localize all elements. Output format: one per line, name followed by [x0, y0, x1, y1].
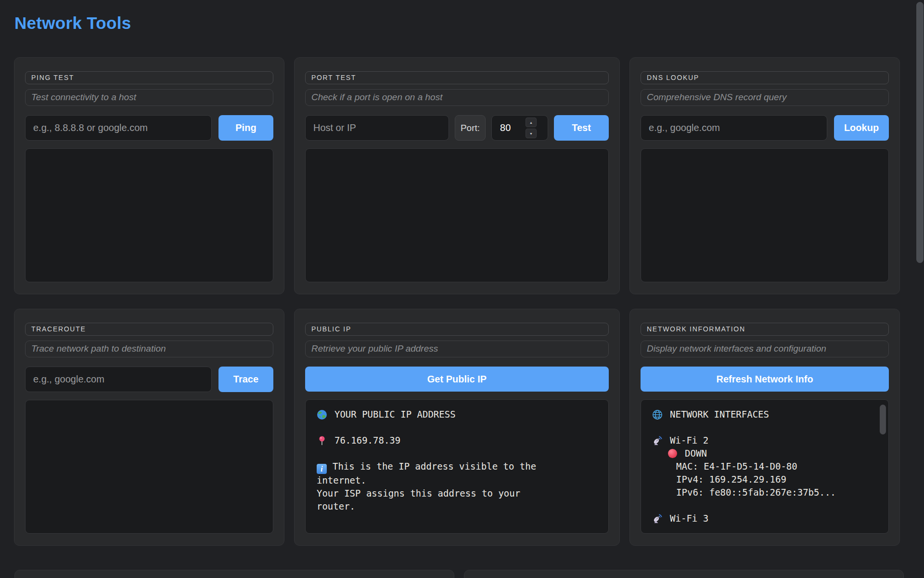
dns-panel-title: DNS LOOKUP [641, 71, 889, 84]
ping-output-text [26, 149, 273, 165]
interface-status: DOWN [685, 447, 707, 460]
port-output-text [306, 149, 608, 165]
interface-block: Wi-Fi 2 DOWN MAC: E4-1F-D5-14-D0-80 IPv4… [652, 434, 877, 499]
satellite-antenna-icon [652, 513, 663, 524]
dns-lookup-button[interactable]: Lookup [834, 115, 889, 141]
info-icon: i [317, 464, 327, 474]
panel-port-test: PORT TEST Check if a port is open on a h… [294, 57, 620, 294]
page-scrollbar-thumb[interactable] [916, 2, 924, 263]
traceroute-output-text [26, 400, 273, 417]
interface-mac: MAC: E4-1F-D5-14-D0-80 [676, 460, 877, 473]
pushpin-icon [317, 435, 327, 446]
ping-panel-title: PING TEST [25, 71, 273, 84]
interface-ipv6: IPv6: fe80::5fab:267e:37b5... [676, 486, 877, 499]
traceroute-panel-description: Trace network path to destination [25, 341, 273, 357]
port-output-area [305, 148, 609, 282]
network-info-panel-title: NETWORK INFORMATION [641, 323, 889, 336]
tools-grid-bottom [14, 570, 904, 578]
traceroute-panel-title: TRACEROUTE [25, 323, 273, 336]
public-ip-output-area: YOUR PUBLIC IP ADDRESS 76.169.78.39 iThi… [305, 399, 609, 534]
traceroute-button[interactable]: Trace [218, 367, 273, 392]
dns-host-input[interactable] [641, 115, 827, 141]
page-title: Network Tools [14, 13, 924, 33]
panel-partial-right [464, 570, 904, 578]
ping-button[interactable]: Ping [218, 115, 273, 141]
port-number-stepper: ▲ ▼ [491, 115, 548, 141]
dns-panel-description: Comprehensive DNS record query [641, 89, 889, 106]
ping-host-input[interactable] [25, 115, 212, 141]
globe-meridians-icon [652, 409, 663, 420]
port-host-input[interactable] [305, 115, 449, 141]
panel-traceroute: TRACEROUTE Trace network path to destina… [14, 309, 284, 546]
panel-network-information: NETWORK INFORMATION Display network inte… [629, 309, 900, 546]
port-increment-button[interactable]: ▲ [526, 118, 537, 127]
network-info-panel-description: Display network interfaces and configura… [641, 341, 889, 357]
public-ip-heading: YOUR PUBLIC IP ADDRESS [334, 408, 456, 421]
port-number-label: Port: [455, 115, 486, 141]
port-test-button[interactable]: Test [554, 115, 609, 141]
port-panel-description: Check if a port is open on a host [305, 89, 609, 106]
interface-name: Wi-Fi 2 [670, 434, 708, 447]
traceroute-output-area [25, 400, 273, 534]
get-public-ip-button[interactable]: Get Public IP [305, 367, 609, 392]
status-down-icon [668, 449, 677, 458]
refresh-network-info-button[interactable]: Refresh Network Info [641, 367, 889, 392]
dns-output-area [641, 148, 889, 282]
public-ip-panel-title: PUBLIC IP [305, 323, 609, 336]
tools-grid: PING TEST Test connectivity to a host Pi… [14, 57, 900, 546]
page-scrollbar[interactable] [915, 0, 924, 578]
ping-output-area [25, 148, 273, 282]
ping-panel-description: Test connectivity to a host [25, 89, 273, 106]
panel-partial-left [14, 570, 454, 578]
network-info-output-area: NETWORK INTERFACES Wi-Fi 2 DOWN MAC: E4-… [641, 399, 889, 534]
dns-output-text [641, 149, 888, 165]
port-panel-title: PORT TEST [305, 71, 609, 84]
panel-ping-test: PING TEST Test connectivity to a host Pi… [14, 57, 284, 294]
panel-dns-lookup: DNS LOOKUP Comprehensive DNS record quer… [629, 57, 900, 294]
public-ip-panel-description: Retrieve your public IP address [305, 341, 609, 357]
traceroute-host-input[interactable] [25, 367, 212, 392]
interface-ipv4: IPv4: 169.254.29.169 [676, 473, 877, 486]
public-ip-info-line1: This is the IP address visible to the in… [317, 461, 536, 486]
public-ip-info-line2: Your ISP assigns this address to your ro… [317, 487, 564, 513]
interface-name: Wi-Fi 3 [670, 512, 708, 525]
interface-block: Wi-Fi 3 [652, 512, 877, 525]
panel-public-ip: PUBLIC IP Retrieve your public IP addres… [294, 309, 620, 546]
port-number-input[interactable] [492, 116, 526, 140]
port-decrement-button[interactable]: ▼ [526, 129, 537, 138]
output-scrollbar-thumb[interactable] [880, 405, 886, 434]
earth-globe-icon [317, 409, 327, 420]
network-interfaces-heading: NETWORK INTERFACES [670, 408, 769, 421]
satellite-antenna-icon [652, 435, 663, 446]
public-ip-value: 76.169.78.39 [334, 434, 400, 447]
